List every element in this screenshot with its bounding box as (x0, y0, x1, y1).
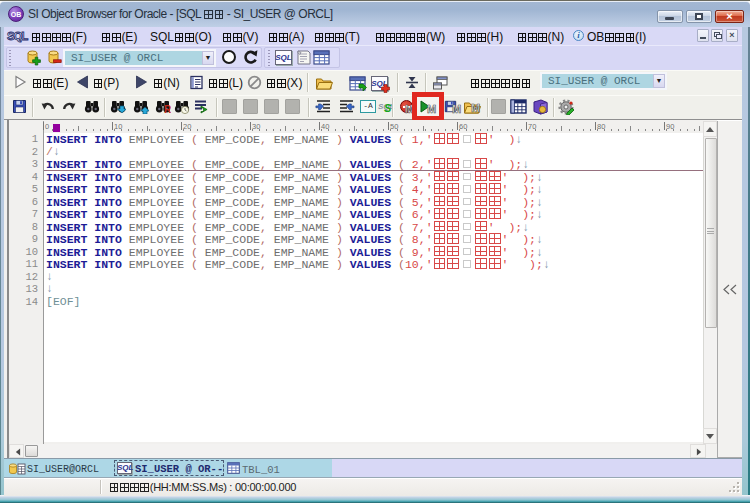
svg-text:R: R (164, 104, 171, 114)
